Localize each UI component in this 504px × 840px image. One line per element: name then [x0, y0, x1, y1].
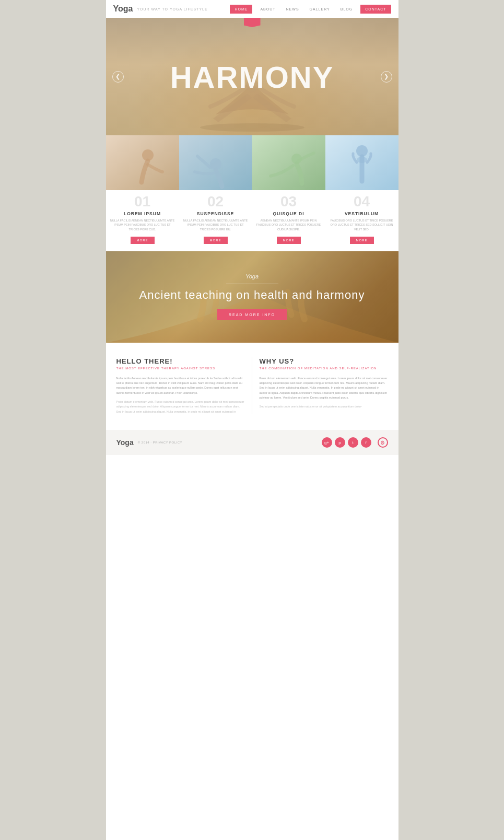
social-pinterest-button[interactable]: p	[335, 437, 345, 448]
nav-contact[interactable]: CONTACT	[360, 5, 391, 14]
feature-1-number: 01	[134, 194, 150, 209]
feature-4-img-svg	[325, 135, 398, 190]
feature-4-number: 04	[354, 194, 370, 209]
social-twitter-button[interactable]: t	[348, 437, 358, 448]
content-left: HELLO THERE! THE MOST EFFECTIVE THERAPY …	[116, 357, 252, 414]
content-right-heading: WHY US?	[260, 357, 388, 365]
feature-4-more-button[interactable]: MORE	[350, 237, 374, 244]
banner-read-more-button[interactable]: READ MORE INFO	[217, 309, 287, 320]
svg-point-10	[357, 157, 367, 163]
svg-point-0	[200, 123, 304, 132]
feature-2: 02 SUSPENDISSE NULLA FACILIS AENEAN NECT…	[179, 135, 252, 251]
banner-divider	[226, 284, 278, 284]
logo-tagline: YOUR WAY TO YOGA LIFESTYLE	[137, 7, 207, 11]
banner-label: Yoga	[245, 273, 259, 279]
hero-next-button[interactable]: ❯	[381, 71, 392, 83]
feature-3-title: QUISQUE DI	[273, 211, 304, 216]
content-left-subheading: THE MOST EFFECTIVE THERAPY AGAINST STRES…	[116, 367, 244, 370]
feature-4-desc: FAUCIBUS ORO LUCTUS ET TRICE POSUERE ORO…	[325, 216, 398, 234]
feature-4-title: VESTIBULUM	[345, 211, 379, 216]
hero-prev-button[interactable]: ❮	[112, 71, 124, 83]
content-right-body2: Sed ut perspiciatis unde omnis iste natu…	[260, 404, 388, 409]
feature-1: 01 LOREM IPSUM NULLA FACILIS AENEAN NECT…	[106, 135, 179, 251]
header: Yoga YOUR WAY TO YOGA LIFESTYLE HOME ABO…	[106, 0, 398, 18]
feature-2-more-button[interactable]: MORE	[204, 237, 228, 244]
nav-gallery[interactable]: GALLERY	[307, 6, 333, 13]
content-right-body1: Proin dictum elementum velit. Fusce euis…	[260, 376, 388, 401]
feature-2-number: 02	[207, 194, 224, 209]
feature-2-img-svg	[179, 135, 252, 190]
footer-links[interactable]: © 2014 · PRIVACY POLICY	[138, 441, 182, 444]
content-section: HELLO THERE! THE MOST EFFECTIVE THERAPY …	[106, 343, 398, 425]
content-left-body2: Proin dictum elementum velit. Fusce euis…	[116, 400, 244, 414]
feature-2-title: SUSPENDISSE	[197, 211, 234, 216]
content-right: WHY US? THE COMBINATION OF MEDITATION AN…	[252, 357, 388, 414]
banner-headline: Ancient teaching on health and harmony	[139, 288, 365, 302]
feature-3: 03 QUISQUE DI AENEAN NECTIBULUMANTE IPSU…	[252, 135, 325, 251]
footer-logo: Yoga	[116, 438, 134, 447]
content-left-heading: HELLO THERE!	[116, 357, 244, 365]
feature-2-image	[179, 135, 252, 190]
feature-4: 04 VESTIBULUM FAUCIBUS ORO LUCTUS ET TRI…	[325, 135, 398, 251]
feature-3-image	[252, 135, 325, 190]
logo: Yoga	[113, 4, 133, 14]
feature-4-image	[325, 135, 398, 190]
nav-about[interactable]: ABOUT	[257, 6, 278, 13]
features-section: 01 LOREM IPSUM NULLA FACILIS AENEAN NECT…	[106, 135, 398, 251]
social-google-plus-button[interactable]: g+	[322, 437, 332, 448]
hero-headline: HARMONY	[170, 59, 334, 94]
feature-3-more-button[interactable]: MORE	[277, 237, 301, 244]
footer-settings-button[interactable]: ⚙	[378, 437, 388, 448]
feature-3-number: 03	[280, 194, 297, 209]
feature-2-desc: NULLA FACILIS AENEAN NECTIBULUMTE ANTE I…	[179, 216, 252, 234]
banner-content: Yoga Ancient teaching on health and harm…	[139, 273, 365, 320]
main-nav: HOME ABOUT NEWS GALLERY BLOG CONTACT	[230, 5, 391, 14]
footer: Yoga © 2014 · PRIVACY POLICY g+ p t f ⚙	[106, 430, 398, 455]
feature-1-img-svg	[106, 135, 179, 190]
content-left-body1: Nulla facilis Aenean nectibulumte ipsum …	[116, 376, 244, 395]
banner-section: Yoga Ancient teaching on health and harm…	[106, 251, 398, 343]
feature-1-desc: NULLA FACILIS AENEAN NECTIBULUMTE ANTE I…	[106, 216, 179, 234]
feature-3-desc: AENEAN NECTIBULUMANTE IPSUM PEIN FAUCIBU…	[252, 216, 325, 234]
feature-1-image	[106, 135, 179, 190]
hero-section: HARMONY ❮ ❯	[106, 18, 398, 135]
nav-home[interactable]: HOME	[230, 5, 252, 14]
footer-social: g+ p t f	[322, 437, 371, 448]
nav-blog[interactable]: BLOG	[338, 6, 355, 13]
content-right-subheading: THE COMBINATION OF MEDITATION AND SELF-R…	[260, 367, 388, 370]
feature-1-title: LOREM IPSUM	[124, 211, 161, 216]
feature-1-more-button[interactable]: MORE	[131, 237, 155, 244]
feature-3-img-svg	[252, 135, 325, 190]
nav-news[interactable]: NEWS	[284, 6, 302, 13]
svg-rect-6	[252, 135, 325, 190]
hero-ribbon	[244, 18, 261, 27]
page-wrapper: Yoga YOUR WAY TO YOGA LIFESTYLE HOME ABO…	[106, 0, 398, 840]
social-facebook-button[interactable]: f	[361, 437, 371, 448]
